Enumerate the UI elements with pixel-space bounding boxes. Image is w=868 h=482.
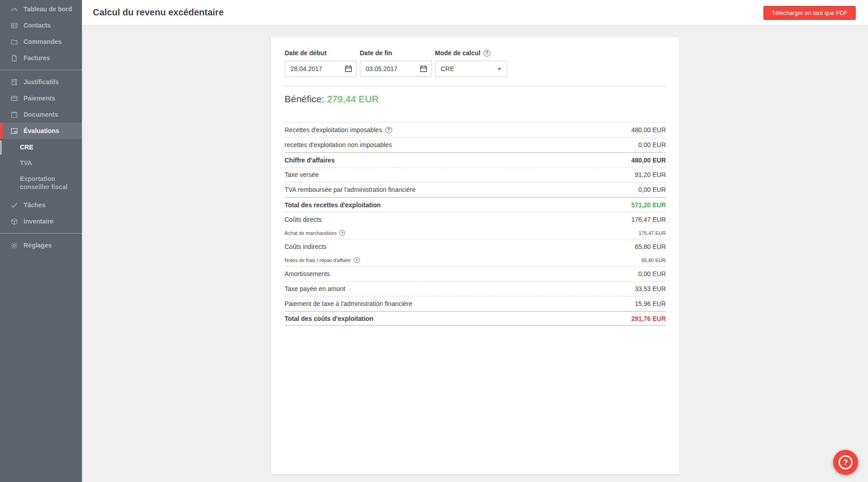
row-label: Total des coûts d'exploitation [285, 315, 374, 322]
row-label: Coûts indirects [285, 243, 327, 250]
sidebar-item-label: Commandes [24, 38, 62, 45]
table-row: Taxe versée 91,20 EUR [285, 167, 666, 182]
row-value: 91,20 EUR [635, 171, 666, 178]
row-label: Notes de frais / repas d'affaire [285, 258, 351, 263]
sidebar-item-label: Contacts [24, 22, 51, 29]
row-label: Taxe versée [285, 171, 319, 178]
row-value: 0,00 EUR [638, 270, 666, 277]
sidebar-item-label: Justificatifs [24, 78, 59, 86]
row-value: 15,96 EUR [635, 300, 666, 307]
sidebar-subitem-cre[interactable]: CRE [0, 139, 82, 155]
row-label: Paiement de taxe à l'administration fina… [285, 300, 412, 307]
row-value: 0,00 EUR [638, 141, 666, 148]
row-label: Taxe payée en amont [285, 285, 345, 292]
sidebar-subitem-label: Exportation conseiller fiscal [20, 175, 74, 191]
row-value: 176,47 EUR [631, 216, 666, 223]
table-row-revenue-total: Chiffre d'affaires 480,00 EUR [285, 152, 666, 167]
sidebar-item-invoices[interactable]: Factures [0, 50, 82, 66]
help-fab-button[interactable]: ? [833, 450, 858, 475]
sidebar-scrollbar-thumb[interactable] [0, 140, 2, 155]
row-value-negative: 291,76 EUR [631, 315, 666, 322]
row-label: Achat de marchandises [285, 230, 337, 236]
sidebar-item-payments[interactable]: Paiements [0, 90, 82, 106]
help-icon[interactable]: ? [385, 127, 392, 134]
sidebar-item-label: Inventaire [24, 218, 53, 225]
page-title: Calcul du revenu excédentaire [93, 7, 224, 18]
table-row: Taxe payée en amont 33,53 EUR [285, 281, 666, 296]
row-label: recettes d'exploitation non imposables [285, 141, 392, 148]
documents-notepad-icon [10, 110, 18, 119]
row-label: TVA remboursée par l'administration fina… [285, 186, 416, 193]
invoice-file-icon [10, 54, 18, 62]
inventory-cube-icon [10, 217, 18, 225]
help-icon[interactable]: ? [354, 257, 360, 263]
calendar-icon[interactable] [419, 64, 428, 73]
calc-mode-label-text: Mode de calcul [435, 49, 480, 57]
sidebar-item-orders[interactable]: Commandes [0, 33, 82, 50]
sidebar-item-settings[interactable]: Réglages [0, 237, 82, 253]
row-value: 480,00 EUR [631, 157, 666, 164]
cre-report-card: Date de début Date de fin [271, 37, 679, 474]
row-value: 65,80 EUR [635, 243, 666, 250]
sidebar-item-inventory[interactable]: Inventaire [0, 213, 82, 229]
top-bar: Calcul du revenu excédentaire Télécharge… [82, 0, 868, 25]
sidebar-item-tasks[interactable]: Tâches [0, 197, 82, 213]
question-fab-icon: ? [839, 455, 853, 469]
table-row: Coûts indirects 65,80 EUR [285, 239, 666, 254]
payments-card-icon [10, 94, 18, 102]
sidebar-item-label: Réglages [24, 242, 52, 249]
cre-table: Recettes d'exploitation imposables ? 480… [285, 122, 666, 326]
sidebar-divider [0, 233, 82, 234]
row-label: Recettes d'exploitation imposables [285, 126, 382, 134]
row-value: 480,00 EUR [631, 126, 666, 134]
end-date-label: Date de fin [360, 49, 432, 57]
calc-mode-field: Mode de calcul ? CRE [435, 49, 507, 77]
sidebar-subitem-label: CRE [20, 143, 34, 151]
sidebar-item-label: Évaluations [24, 127, 59, 134]
sidebar-subitem-label: TVA [20, 159, 32, 167]
settings-gear-icon [10, 241, 18, 249]
sidebar-item-contacts[interactable]: Contacts [0, 17, 82, 33]
evaluations-chart-icon [10, 127, 18, 135]
profit-summary: Bénéfice: 279,44 EUR [285, 94, 666, 105]
sidebar-item-label: Tâches [24, 201, 45, 209]
sidebar-item-label: Tableau de bord [24, 5, 72, 13]
sidebar-item-receipts[interactable]: Justificatifs [0, 74, 82, 90]
table-subrow: Notes de frais / repas d'affaire ? 65,80… [285, 254, 666, 266]
calc-mode-select[interactable]: CRE [435, 61, 507, 77]
table-row: Amortissements 0,00 EUR [285, 266, 666, 281]
tasks-check-icon [10, 201, 18, 209]
row-value: 0,00 EUR [638, 186, 666, 193]
profit-label: Bénéfice: [285, 94, 325, 104]
row-label: Total des recettes d'exploitation [285, 201, 381, 209]
sidebar-item-documents[interactable]: Documents [0, 106, 82, 123]
receipts-book-icon [10, 78, 18, 86]
sidebar-item-label: Documents [24, 111, 58, 118]
row-value: 33,53 EUR [635, 285, 666, 292]
calendar-icon[interactable] [344, 64, 353, 73]
calc-mode-label: Mode de calcul ? [435, 49, 507, 57]
main-content: Date de début Date de fin [82, 25, 868, 482]
sidebar-subitem-tva[interactable]: TVA [0, 155, 82, 171]
table-row: Coûts directs 176,47 EUR [285, 212, 666, 227]
contacts-icon [10, 21, 18, 29]
row-label: Coûts directs [285, 216, 322, 223]
help-icon[interactable]: ? [484, 50, 490, 57]
sidebar: Tableau de bord Contacts Commandes Factu… [0, 0, 82, 482]
row-label: Chiffre d'affaires [285, 157, 335, 164]
start-date-field: Date de début [285, 49, 357, 77]
table-row: Paiement de taxe à l'administration fina… [285, 296, 666, 311]
help-icon[interactable]: ? [339, 230, 345, 236]
download-pdf-button[interactable]: Télécharger en tant que PDF [763, 6, 856, 20]
sidebar-item-label: Factures [24, 54, 50, 62]
filter-bar: Date de début Date de fin [285, 49, 666, 77]
table-row-operating-costs-total: Total des coûts d'exploitation 291,76 EU… [285, 311, 666, 326]
active-accent-bar [0, 123, 3, 139]
sidebar-item-label: Paiements [24, 95, 55, 102]
orders-folder-icon [10, 38, 18, 46]
sidebar-item-dashboard[interactable]: Tableau de bord [0, 1, 82, 17]
table-subrow: Achat de marchandises ? 176,47 EUR [285, 227, 666, 239]
sidebar-item-evaluations[interactable]: Évaluations [0, 123, 82, 139]
dashboard-icon [10, 5, 18, 13]
sidebar-subitem-tax-advisor-export[interactable]: Exportation conseiller fiscal [0, 171, 82, 195]
